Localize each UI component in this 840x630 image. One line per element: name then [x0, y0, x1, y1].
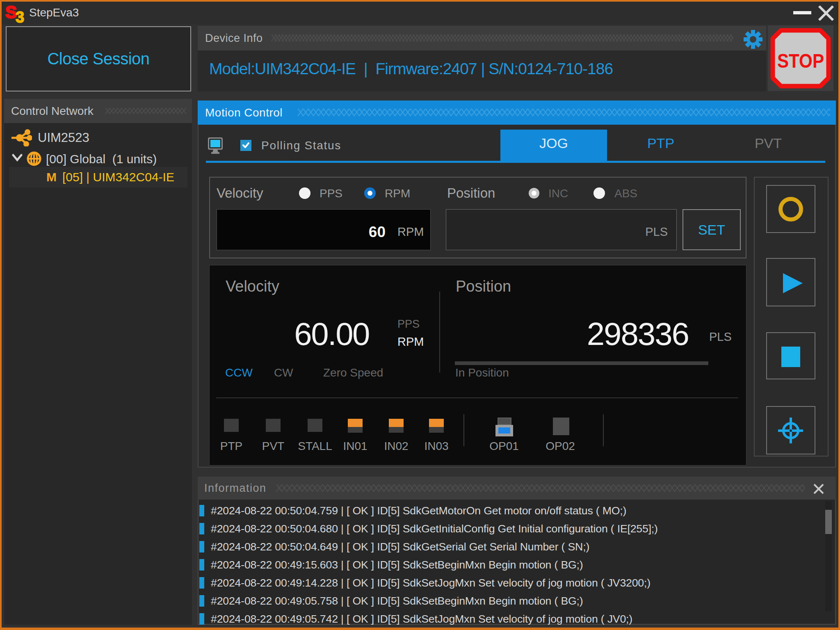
- svg-text:STOP: STOP: [777, 50, 824, 72]
